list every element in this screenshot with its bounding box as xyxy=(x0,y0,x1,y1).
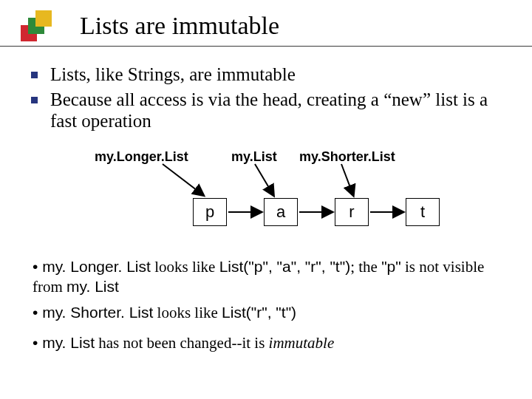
svg-line-4 xyxy=(255,164,273,195)
note-line: • my. Longer. List looks like List("p", … xyxy=(33,257,499,297)
list-node: r xyxy=(335,198,369,226)
bullet-item: Because all access is via the head, crea… xyxy=(25,89,504,132)
bullet-square-icon xyxy=(31,97,38,103)
label-shorter-list: my.Shorter.List xyxy=(299,149,395,165)
slide-title: Lists are immutable xyxy=(80,12,279,40)
code-text: "p" xyxy=(381,258,401,275)
italic-text: immutable xyxy=(269,334,335,352)
svg-line-3 xyxy=(163,164,203,195)
bullet-list: Lists, like Strings, are immutable Becau… xyxy=(25,64,504,135)
title-underline xyxy=(0,46,532,47)
plain-text: ; the xyxy=(350,258,381,276)
list-node: t xyxy=(406,198,440,226)
svg-rect-2 xyxy=(35,10,52,27)
svg-line-5 xyxy=(341,164,353,195)
code-text: my. List xyxy=(42,334,95,351)
list-diagram: my.Longer.List my.List my.Shorter.List p… xyxy=(0,146,532,242)
code-text: List("p", "a", "r", "t") xyxy=(219,258,351,275)
bullet-text: Because all access is via the head, crea… xyxy=(50,89,488,132)
list-node: p xyxy=(193,198,227,226)
slide: Lists are immutable Lists, like Strings,… xyxy=(0,0,532,399)
plain-text: has not been changed--it is xyxy=(95,334,269,352)
list-node: a xyxy=(264,198,298,226)
code-text: my. Longer. List xyxy=(42,258,151,275)
bullet-text: Lists, like Strings, are immutable xyxy=(50,64,296,84)
label-longer-list: my.Longer.List xyxy=(95,149,188,165)
bullet-item: Lists, like Strings, are immutable xyxy=(25,64,504,86)
code-text: List("r", "t") xyxy=(222,304,296,321)
plain-text: looks like xyxy=(153,304,222,321)
bullet-dot: • xyxy=(33,258,42,275)
note-line: • my. Shorter. List looks like List("r",… xyxy=(33,303,499,323)
bullet-dot: • xyxy=(33,334,42,351)
notes: • my. Longer. List looks like List("p", … xyxy=(33,257,499,359)
code-text: my. Shorter. List xyxy=(42,304,153,321)
label-my-list: my.List xyxy=(231,149,277,165)
note-line: • my. List has not been changed--it is i… xyxy=(33,333,499,353)
stacked-squares-icon xyxy=(21,9,55,43)
bullet-dot: • xyxy=(33,304,42,321)
code-text: my. List xyxy=(66,278,119,295)
bullet-square-icon xyxy=(31,72,38,78)
plain-text: looks like xyxy=(151,258,219,276)
